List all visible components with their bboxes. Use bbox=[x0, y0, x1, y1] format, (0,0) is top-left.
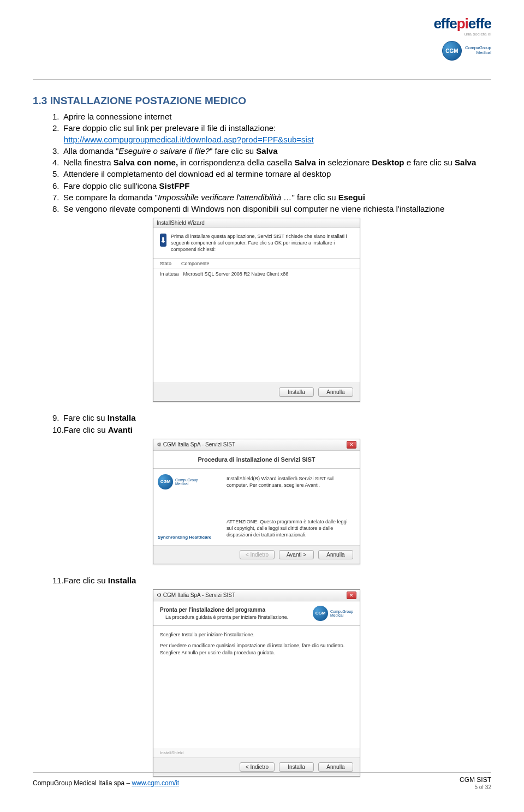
item-text: Fare doppio clic sul link per prelevare … bbox=[63, 123, 276, 133]
logo-effepieffe: effepieffe bbox=[433, 16, 491, 31]
banner-title: Procedura di installazione di Servizi SI… bbox=[160, 456, 353, 463]
list-item: 9.Fare clic su Installa bbox=[52, 413, 491, 423]
list-item: 6.Fare doppio clic sull'icona SistFPF bbox=[52, 181, 491, 192]
item-num: 11. bbox=[52, 575, 64, 586]
back-button[interactable]: < Indietro bbox=[240, 762, 275, 772]
item-num: 5. bbox=[52, 169, 63, 180]
item-text-bold: Avanti bbox=[108, 425, 133, 434]
cgm-text: CompuGroup Medical bbox=[465, 46, 491, 56]
download-link[interactable]: http://www.compugroupmedical.it/download… bbox=[64, 135, 314, 144]
item-num: 2. bbox=[52, 123, 63, 134]
item-text-bold: Salva con nome, bbox=[114, 158, 178, 167]
list-item: 7.Se compare la domanda "Impossibile ver… bbox=[52, 192, 491, 203]
installshield-prereq-dialog: InstallShield Wizard ⬇ Prima di installa… bbox=[153, 218, 360, 402]
cgm-orb-icon: CGM bbox=[313, 606, 328, 621]
cancel-button[interactable]: Annulla bbox=[318, 387, 353, 397]
logo-part: effe bbox=[468, 15, 491, 32]
dialog-button-row: Installa Annulla bbox=[153, 383, 360, 401]
dialog-text: Per rivedere o modificare qualsiasi impo… bbox=[160, 642, 353, 656]
item-num: 10. bbox=[52, 425, 64, 435]
back-button: < Indietro bbox=[240, 550, 275, 559]
item-text-bold: Salva bbox=[455, 158, 476, 167]
cancel-button[interactable]: Annulla bbox=[318, 550, 353, 559]
item-text-bold: Desktop bbox=[372, 158, 404, 167]
list-item: 1.Aprire la connessione internet bbox=[52, 111, 491, 122]
item-text: Nella finestra bbox=[63, 158, 114, 167]
item-text-bold: Esegui bbox=[338, 193, 365, 202]
cancel-button[interactable]: Annulla bbox=[318, 762, 353, 772]
install-button[interactable]: Installa bbox=[279, 387, 314, 397]
dialog-banner: Procedura di installazione di Servizi SI… bbox=[153, 451, 360, 469]
dialog-text: ATTENZIONE: Questo programma è tutelato … bbox=[227, 518, 352, 538]
item-num: 3. bbox=[52, 146, 63, 157]
list-item: 11.Fare clic su Installa bbox=[52, 575, 491, 586]
installer-icon: ⬇ bbox=[160, 234, 166, 247]
item-text: selezionare bbox=[325, 158, 372, 167]
install-button[interactable]: Installa bbox=[279, 762, 314, 772]
dialog-body: Scegliere Installa per iniziare l'instal… bbox=[153, 626, 360, 748]
install-wizard-welcome-dialog: ⚙ CGM Italia SpA - Servizi SIST ✕ Proced… bbox=[153, 439, 360, 564]
item-text-bold: Installa bbox=[108, 413, 136, 422]
dialog-banner: Pronta per l'installazione del programma… bbox=[153, 601, 360, 626]
close-icon[interactable]: ✕ bbox=[347, 592, 356, 599]
dialog-message-row: ⬇ Prima di installare questa applicazion… bbox=[153, 228, 360, 259]
footer-right: CGM SIST 5 of 32 bbox=[460, 776, 491, 790]
item-text-bold: Salva bbox=[256, 146, 277, 156]
col-header: Componente bbox=[181, 261, 210, 266]
instruction-list: 11.Fare clic su Installa bbox=[52, 575, 491, 586]
dialog-titlebar: InstallShield Wizard bbox=[153, 218, 360, 228]
logo-subtitle: una società di bbox=[433, 32, 491, 37]
item-text: " fare clic su bbox=[210, 146, 256, 156]
dialog-title: ⚙ CGM Italia SpA - Servizi SIST bbox=[157, 592, 235, 598]
cgm-line: CompuGroup bbox=[330, 610, 353, 613]
list-item: 5.Attendere il completamento del downloa… bbox=[52, 169, 491, 180]
footer-left: CompuGroup Medical Italia spa – www.cgm.… bbox=[33, 779, 179, 787]
header-logos: effepieffe una società di CGM CompuGroup… bbox=[433, 16, 491, 61]
item-text: Alla domanda " bbox=[63, 146, 118, 156]
dialog-title: InstallShield Wizard bbox=[157, 220, 205, 226]
item-text: Attendere il completamento del download … bbox=[63, 169, 331, 178]
item-text: Aprire la connessione internet bbox=[63, 112, 171, 121]
item-text: Fare clic su bbox=[63, 413, 108, 422]
banner-right: CGM CompuGroup Medical bbox=[313, 606, 353, 621]
installshield-label: InstallShield bbox=[153, 748, 360, 757]
dialog-left-panel: CGM CompuGroup Medical Synchronizing Hea… bbox=[153, 469, 219, 545]
cgm-orb-icon: CGM bbox=[442, 41, 462, 61]
dialog-title: ⚙ CGM Italia SpA - Servizi SIST bbox=[157, 441, 235, 447]
sync-tagline: Synchronizing Healthcare bbox=[158, 535, 211, 540]
header-rule bbox=[33, 79, 491, 80]
component-name: Microsoft SQL Server 2008 R2 Native Clie… bbox=[183, 271, 289, 277]
close-icon[interactable]: ✕ bbox=[347, 441, 356, 449]
item-num: 9. bbox=[52, 413, 63, 423]
footer-product: CGM SIST bbox=[460, 776, 491, 784]
item-num: 7. bbox=[52, 192, 63, 203]
dialog-title-text: CGM Italia SpA - Servizi SIST bbox=[163, 441, 235, 447]
list-item: 8.Se vengono rilevate componenti di Wind… bbox=[52, 204, 491, 214]
item-num: 6. bbox=[52, 181, 63, 192]
footer-link[interactable]: www.cgm.com/it bbox=[132, 779, 179, 787]
list-item: 4.Nella finestra Salva con nome, in corr… bbox=[52, 157, 491, 168]
cgm-orb-icon: CGM bbox=[158, 474, 173, 489]
page-content: 1.3 INSTALLAZIONE POSTAZIONE MEDICO 1.Ap… bbox=[33, 95, 491, 777]
list-item: 3.Alla domanda "Eseguire o salvare il fi… bbox=[52, 146, 491, 157]
logo-part: effe bbox=[433, 15, 456, 32]
dialog-text: Scegliere Installa per iniziare l'instal… bbox=[160, 631, 353, 638]
item-text-italic: Impossibile verificare l'attendibilità … bbox=[158, 193, 291, 202]
component-row: In attesa Microsoft SQL Server 2008 R2 N… bbox=[153, 269, 360, 279]
page-footer: CompuGroup Medical Italia spa – www.cgm.… bbox=[33, 772, 491, 790]
item-text: " fare clic su bbox=[291, 193, 338, 202]
next-button[interactable]: Avanti > bbox=[279, 550, 314, 559]
dialog-titlebar: ⚙ CGM Italia SpA - Servizi SIST ✕ bbox=[153, 590, 360, 601]
cgm-small-text: CompuGroup Medical bbox=[175, 478, 198, 486]
item-text: Fare clic su bbox=[64, 576, 108, 585]
item-text: Fare doppio clic sull'icona bbox=[63, 181, 159, 190]
cgm-line: Medical bbox=[330, 613, 353, 617]
page-number: 5 of 32 bbox=[460, 784, 491, 790]
banner-sub: La procedura guidata è pronta per inizia… bbox=[165, 614, 288, 620]
banner-head: Pronta per l'installazione del programma bbox=[160, 607, 288, 613]
item-text: in corrispondenza della casella bbox=[178, 158, 294, 167]
dialog-body: ⬇ Prima di installare questa applicazion… bbox=[153, 228, 360, 401]
dialog-title-text: CGM Italia SpA - Servizi SIST bbox=[163, 592, 235, 598]
logo-part: pi bbox=[457, 15, 468, 32]
dialog-button-row: < Indietro Avanti > Annulla bbox=[153, 545, 360, 564]
